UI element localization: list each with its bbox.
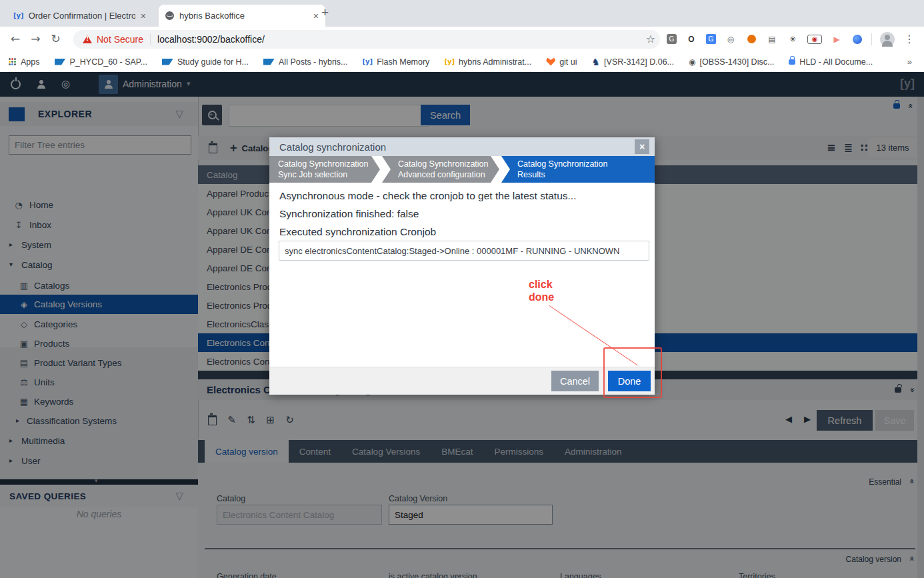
modal-close-button[interactable]: × (635, 139, 649, 154)
tab-title: Order Confirmation | Electronic (29, 11, 135, 21)
sap-favicon (162, 59, 173, 65)
extension-o-icon[interactable]: O (685, 35, 697, 44)
wizard-steps: Catalog Synchronization Sync Job selecti… (269, 156, 655, 183)
sync-finished-message: Synchronization finished: false (279, 208, 419, 220)
annotation-highlight-rect (603, 347, 662, 398)
bookmark-item[interactable]: ◉[OBSS-1430] Disc... (689, 57, 774, 67)
apps-shortcut[interactable]: Apps (8, 57, 40, 67)
extension-g-icon[interactable]: G (667, 34, 677, 44)
bookmark-item[interactable]: [y]Flash Memory (363, 57, 430, 67)
back-icon[interactable]: ← (11, 33, 20, 45)
modal-title-bar[interactable]: Catalog synchronization (269, 137, 655, 156)
extension-screenshot-icon[interactable]: ◉ (807, 35, 822, 44)
bookmark-item[interactable]: ♞[VSR-3142] D.06... (592, 57, 674, 67)
sap-favicon (55, 59, 66, 65)
extension-translate-icon[interactable]: G (706, 34, 716, 44)
extension-window-icon[interactable]: ▤ (766, 35, 778, 43)
browser-tab-order-confirmation[interactable]: [y] Order Confirmation | Electronic × (7, 5, 169, 27)
forward-icon[interactable]: → (31, 33, 40, 45)
bookmark-item[interactable]: Study guide for H... (162, 57, 249, 67)
hybris-favicon-orange: [y] (444, 59, 455, 65)
catalog-sync-modal: Catalog synchronization × Catalog Synchr… (269, 137, 655, 394)
extension-globe-icon[interactable]: ◎ (725, 35, 737, 43)
bookmark-item[interactable]: HLD - All Docume... (789, 57, 873, 67)
step-results-active[interactable]: Catalog Synchronization Results (501, 156, 655, 183)
globe-favicon: ◉ (689, 58, 695, 66)
step-advanced-configuration[interactable]: Catalog Synchronization Advanced configu… (382, 156, 499, 183)
screen: [y] Order Confirmation | Electronic × hy… (0, 0, 924, 578)
divider (150, 34, 151, 45)
browser-address-bar: ← → ↻ ! Not Secure localhost:9002/backof… (0, 27, 924, 51)
modal-title: Catalog synchronization (279, 141, 386, 153)
bookmark-item[interactable]: All Posts - hybris... (263, 57, 348, 67)
async-mode-message: Asynchronous mode - check the cronjob to… (279, 190, 576, 202)
extension-blue-icon[interactable] (851, 35, 863, 44)
extension-asterisk-icon[interactable]: ✳ (787, 35, 799, 43)
new-tab-button[interactable]: + (321, 5, 329, 20)
annotation-text: click done (529, 278, 554, 303)
cronjob-heading: Executed synchronization Cronjob (279, 226, 436, 238)
gitlab-favicon (546, 58, 555, 66)
url-field[interactable]: ! Not Secure localhost:9002/backoffice/ (73, 30, 660, 49)
step-sync-job-selection[interactable]: Catalog Synchronization Sync Job selecti… (269, 156, 380, 183)
not-secure-warning-icon: ! (83, 35, 92, 43)
jira-favicon: ♞ (592, 57, 601, 67)
bookmark-item[interactable]: P_HYCD_60 - SAP... (55, 57, 148, 67)
hybris-favicon: [y] (13, 13, 24, 19)
bookmark-star-icon[interactable]: ☆ (646, 34, 655, 45)
tab-title: hybris Backoffice (179, 11, 308, 21)
reload-icon[interactable]: ↻ (51, 33, 61, 45)
globe-favicon (165, 11, 174, 20)
bookmarks-overflow-icon[interactable]: » (907, 57, 912, 67)
browser-tab-backoffice[interactable]: hybris Backoffice × (159, 5, 325, 27)
not-secure-label[interactable]: Not Secure (97, 34, 143, 45)
extension-orange-icon[interactable] (745, 35, 757, 43)
apps-grid-icon (8, 57, 17, 66)
bookmark-item[interactable]: git ui (546, 57, 577, 67)
modal-footer: Cancel Done (269, 367, 655, 395)
bookmark-item[interactable]: [y]hybris Administrat... (444, 57, 531, 67)
sap-favicon (263, 59, 275, 65)
browser-tab-strip: [y] Order Confirmation | Electronic × hy… (0, 0, 924, 27)
extension-play-icon[interactable]: ▶ (831, 35, 843, 43)
tab-close-icon[interactable]: × (141, 11, 146, 21)
hybris-favicon: [y] (363, 59, 373, 65)
cancel-button[interactable]: Cancel (551, 371, 599, 391)
tab-close-icon[interactable]: × (313, 11, 319, 21)
bookmarks-bar: Apps P_HYCD_60 - SAP... Study guide for … (0, 51, 924, 73)
url-text[interactable]: localhost:9002/backoffice/ (157, 34, 265, 45)
cronjob-status-field[interactable] (279, 241, 649, 261)
browser-menu-icon[interactable]: ⋮ (904, 34, 915, 45)
lock-favicon (789, 59, 795, 65)
profile-avatar[interactable] (880, 32, 895, 47)
